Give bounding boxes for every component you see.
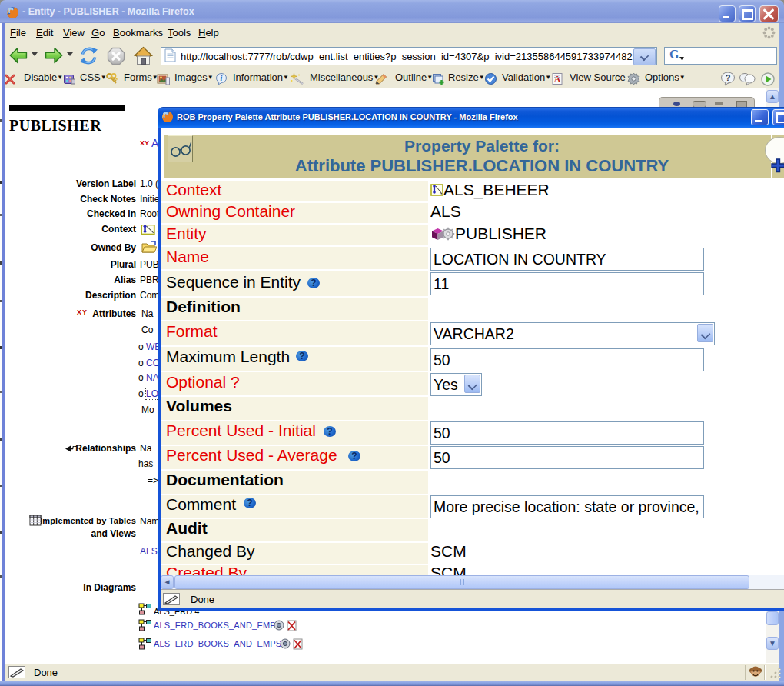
svg-text:i: i xyxy=(221,74,223,82)
svg-text:?: ? xyxy=(726,73,731,82)
